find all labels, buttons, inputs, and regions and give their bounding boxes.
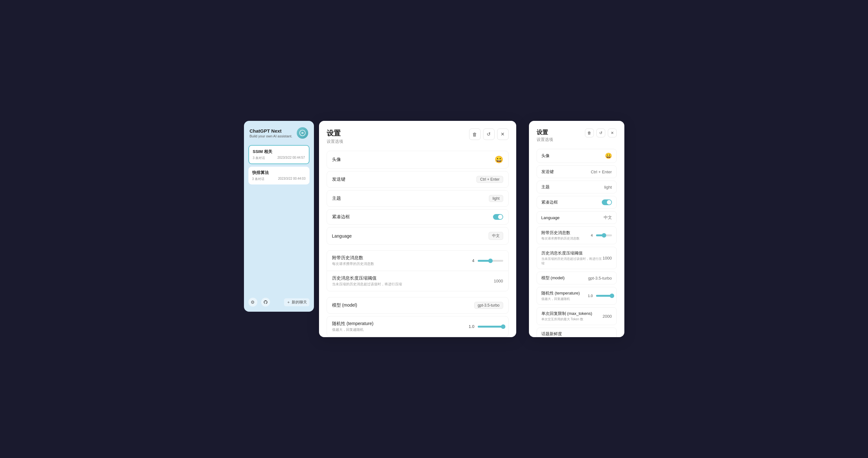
sm-sendkey-value: Ctrl + Enter (591, 170, 612, 174)
sidebar: ChatGPT Next Build your own AI assistant… (244, 121, 314, 312)
close-button-sm[interactable]: ✕ (608, 128, 617, 138)
row-sublabel-temperature: 值越大，回复越随机 (332, 327, 374, 332)
settings-actions-sm: 🗑 ↺ ✕ (585, 128, 617, 138)
history-count-value: 4 (464, 258, 474, 263)
sm-row-compact[interactable]: 紧凑边框 (536, 196, 617, 209)
settings-subtitle: 设置选项 (327, 139, 343, 144)
delete-button-sm[interactable]: 🗑 (585, 128, 594, 138)
settings-row-theme[interactable]: 主题 light (327, 190, 508, 207)
slider-thumb[interactable] (602, 233, 606, 238)
sm-label-history-threshold: 历史消息长度压缩阈值 (541, 250, 603, 256)
row-label-language: Language (332, 234, 352, 239)
settings-row-model[interactable]: 模型 (model) gpt-3.5-turbo (327, 297, 508, 314)
sm-row-history-count[interactable]: 附带历史消息数 每次请求携带的历史消息数 4 (536, 226, 617, 244)
settings-row-history-threshold[interactable]: 历史消息长度压缩阈值 当未压缩的历史消息超过该值时，将进行压缩 1000 (327, 271, 508, 291)
sm-row-temperature[interactable]: 随机性 (temperature) 值越大，回复越随机 1.0 (536, 287, 617, 305)
slider-fill (478, 326, 503, 328)
settings-title: 设置 (327, 128, 343, 138)
temperature-slider-row: 1.0 (464, 324, 503, 329)
refresh-button-sm[interactable]: ↺ (596, 128, 605, 138)
slider-thumb[interactable] (610, 294, 614, 298)
row-label-theme: 主题 (332, 195, 341, 201)
delete-button[interactable]: 🗑 (469, 128, 480, 140)
sm-theme-value: light (604, 185, 612, 189)
sm-label-sendkey: 发送键 (541, 169, 554, 175)
sm-row-avatar[interactable]: 头像 😀 (536, 149, 617, 163)
row-sublabel-history-threshold: 当未压缩的历史消息超过该值时，将进行压缩 (332, 282, 402, 286)
settings-panel-large: 设置 设置选项 🗑 ↺ ✕ 头像 😀 发送键 Ctrl + Enter 主题 l… (319, 121, 516, 337)
sm-label-compact: 紧凑边框 (541, 200, 558, 205)
settings-subtitle-sm: 设置选项 (536, 137, 553, 143)
row-label-avatar: 头像 (332, 157, 341, 162)
sm-label-avatar: 头像 (541, 153, 550, 159)
settings-actions: 🗑 ↺ ✕ (469, 128, 508, 140)
slider-thumb[interactable] (501, 325, 505, 329)
refresh-button[interactable]: ↺ (483, 128, 495, 140)
settings-row-avatar[interactable]: 头像 😀 (327, 151, 508, 169)
temperature-value: 1.0 (464, 324, 474, 329)
close-button[interactable]: ✕ (497, 128, 508, 140)
settings-row-compact[interactable]: 紧凑边框 (327, 209, 508, 224)
sendkey-value: Ctrl + Enter (476, 176, 503, 183)
app-title: ChatGPT Next (250, 128, 292, 133)
chat-item-title: SSIM 相关 (253, 149, 305, 155)
app-logo (297, 127, 308, 139)
row-label-history-count: 附带历史消息数 (332, 255, 374, 261)
settings-header-sm: 设置 设置选项 🗑 ↺ ✕ (536, 128, 617, 143)
sm-label-history-count: 附带历史消息数 (541, 230, 580, 236)
sm-avatar-emoji: 😀 (605, 152, 612, 159)
model-value: gpt-3.5-turbo (474, 302, 503, 309)
settings-row-sendkey[interactable]: 发送键 Ctrl + Enter (327, 171, 508, 188)
settings-header: 设置 设置选项 🗑 ↺ ✕ (327, 128, 508, 144)
sm-temperature-slider-row: 1.0 (583, 294, 612, 298)
slider-thumb[interactable] (488, 258, 493, 263)
settings-icon[interactable]: ⚙ (248, 298, 257, 307)
chat-item-count: 3 条对话 (252, 177, 264, 181)
sidebar-footer: ⚙ ＋ 新的聊天 (248, 298, 309, 307)
sm-history-count-value: 4 (583, 234, 593, 237)
row-sublabel-history-count: 每次请求携带的历史消息数 (332, 262, 374, 266)
settings-row-temperature[interactable]: 随机性 (temperature) 值越大，回复越随机 1.0 (327, 316, 508, 337)
theme-value: light (489, 195, 503, 202)
temperature-slider[interactable] (478, 326, 503, 328)
history-count-slider[interactable] (478, 260, 503, 262)
settings-group-history: 附带历史消息数 每次请求携带的历史消息数 4 历史消息长度压缩阈值 当未压缩的历… (327, 250, 508, 291)
footer-icons: ⚙ (248, 298, 270, 307)
sm-row-max-tokens[interactable]: 单次回复限制 (max_tokens) 单次交互所用的最大 Token 数 20… (536, 307, 617, 325)
sm-language-value: 中文 (604, 215, 612, 220)
app-subtitle: Build your own AI assistant. (250, 134, 292, 138)
sm-row-theme[interactable]: 主题 light (536, 181, 617, 193)
chat-item-date: 2023/3/22 00:44:03 (278, 177, 305, 181)
sm-sublabel-history-count: 每次请求携带的历史消息数 (541, 236, 580, 241)
sm-row-presence-penalty[interactable]: 话题新鲜度 (presence_penalty) 值越大，越有可能扩展到新的话题… (536, 328, 617, 337)
github-icon[interactable] (261, 298, 270, 307)
sm-label-model: 模型 (model) (541, 275, 565, 281)
plus-icon: ＋ (286, 300, 290, 305)
sm-row-history-threshold[interactable]: 历史消息长度压缩阈值 当未压缩的历史消息超过该值时，将进行压缩 1000 (536, 247, 617, 269)
sm-row-sendkey[interactable]: 发送键 Ctrl + Enter (536, 165, 617, 178)
sm-model-value: gpt-3.5-turbo (588, 276, 612, 280)
sm-history-count-slider[interactable] (596, 235, 612, 236)
history-threshold-value: 1000 (494, 279, 503, 283)
sm-row-language[interactable]: Language 中文 (536, 211, 617, 224)
row-label-compact: 紧凑边框 (332, 214, 350, 220)
new-chat-button[interactable]: ＋ 新的聊天 (284, 298, 309, 306)
chat-item-quicksort[interactable]: 快排算法 3 条对话 2023/3/22 00:44:03 (248, 167, 309, 184)
sm-compact-toggle[interactable] (602, 200, 612, 205)
settings-title-sm: 设置 (536, 128, 553, 136)
row-label-model: 模型 (model) (332, 303, 357, 308)
sm-label-temperature: 随机性 (temperature) (541, 291, 580, 296)
compact-toggle[interactable] (493, 214, 503, 220)
settings-panel-small: 设置 设置选项 🗑 ↺ ✕ 头像 😀 发送键 Ctrl + Enter 主题 l… (529, 121, 624, 337)
language-value: 中文 (489, 232, 503, 240)
settings-row-language[interactable]: Language 中文 (327, 227, 508, 245)
sm-temperature-slider[interactable] (596, 295, 612, 297)
sm-row-model[interactable]: 模型 (model) gpt-3.5-turbo (536, 272, 617, 284)
sm-label-language: Language (541, 215, 560, 220)
sm-label-presence-penalty: 话题新鲜度 (presence_penalty) (541, 331, 583, 337)
sm-history-threshold-value: 1000 (603, 256, 612, 261)
settings-row-history-count[interactable]: 附带历史消息数 每次请求携带的历史消息数 4 (327, 251, 508, 271)
sm-sublabel-max-tokens: 单次交互所用的最大 Token 数 (541, 317, 592, 322)
chat-item-ssim[interactable]: SSIM 相关 3 条对话 2023/3/22 00:44:57 (248, 145, 309, 164)
sm-temperature-value: 1.0 (583, 294, 593, 298)
